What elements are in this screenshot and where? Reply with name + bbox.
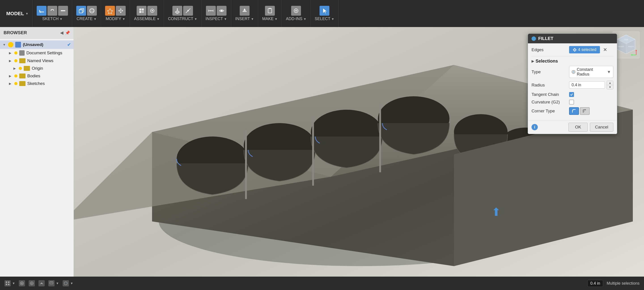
tree-item-sketches[interactable]: ▶ Sketches [0,80,74,87]
select-chevron: ▼ [331,17,334,21]
statusbar-environment-item[interactable]: ▼ [62,280,73,287]
inspect-eye-icon [217,6,226,16]
sidebar-collapse-icon[interactable]: ◀ [60,30,63,35]
corner-type-miter-button[interactable] [580,107,590,115]
type-dropdown-arrow-icon: ▼ [607,70,611,74]
sidebar-title: BROWSER [4,30,27,35]
svg-point-7 [90,10,94,12]
inspect-label[interactable]: INSPECT ▼ [206,16,227,21]
info-icon[interactable]: i [532,124,538,130]
statusbar-grid-item[interactable]: ▼ [4,280,15,287]
assemble-group[interactable]: ASSEMBLE ▼ [130,0,164,27]
modify-label[interactable]: MODIFY ▼ [106,16,125,21]
model-menu[interactable]: MODEL ▼ [2,0,33,27]
sidebar-header: BROWSER ◀ 📌 [0,27,74,39]
addins-group[interactable]: ADD-INS ▼ [282,0,310,27]
select-group[interactable]: SELECT ▼ [310,0,338,27]
addins-label[interactable]: ADD-INS ▼ [286,16,306,21]
selections-section-title: Selections [536,58,558,64]
curvature-checkbox[interactable] [569,100,574,105]
inspect-group[interactable]: INSPECT ▼ [202,0,231,27]
radius-row: Radius 0.4 in ▲ ▼ [532,81,613,89]
modify-group[interactable]: MODIFY ▼ [101,0,130,27]
dialog-body: Edges 4 selected ✕ ▶ Selections Type [528,43,617,120]
select-label[interactable]: SELECT ▼ [314,16,334,21]
statusbar-orbit-item[interactable] [38,280,45,287]
radius-unit: in [578,83,581,87]
radius-up-button[interactable]: ▲ [607,81,613,85]
measurement-display: 0.4 in [588,280,603,287]
tree-icon-sketches-folder [19,81,26,86]
radius-down-button[interactable]: ▼ [607,85,613,89]
tree-label-doc-settings: Document Settings [26,50,71,55]
svg-text:RIGHT: RIGHT [628,45,634,48]
cursor-arrow: ⬆ [492,206,501,219]
sidebar-pin-icon[interactable]: 📌 [65,30,70,35]
modify-chevron: ▼ [122,17,125,21]
svg-point-28 [221,10,222,12]
tree-item-named-views[interactable]: ▶ Named Views [0,57,74,64]
tree-label-bodies: Bodies [27,73,71,78]
tree-icon-named-views-folder [19,58,26,63]
svg-rect-12 [120,10,121,11]
tree-item-unsaved[interactable]: ▼ (Unsaved) ✔ [0,40,74,49]
construct-group[interactable]: CONSTRUCT ▼ [164,0,202,27]
corner-type-round-button[interactable] [569,107,579,115]
model-label: MODEL [6,11,24,16]
corner-type-row: Corner Type [532,107,613,115]
svg-marker-66 [573,48,576,51]
assemble-label[interactable]: ASSEMBLE ▼ [134,16,160,21]
dialog-titlebar: FILLET [528,34,617,43]
tree-expand-named-views: ▶ [9,59,12,62]
statusbar-display-item[interactable]: ▼ [48,280,59,287]
construct-label[interactable]: CONSTRUCT ▼ [168,16,197,21]
create-box-icon [76,6,86,16]
insert-label[interactable]: INSERT ▼ [235,16,254,21]
edges-clear-button[interactable]: ✕ [602,46,608,53]
make-icon [265,6,275,16]
model-chevron: ▼ [25,12,28,15]
inspect-measure-icon [206,6,216,16]
addins-icon [291,6,301,16]
make-label[interactable]: MAKE ▼ [262,16,278,21]
sketch-group[interactable]: SKETCH ▼ [33,0,72,27]
cancel-button[interactable]: Cancel [590,123,613,132]
sketch-chevron: ▼ [60,17,62,21]
type-dropdown-icon [572,70,575,74]
make-group[interactable]: MAKE ▼ [258,0,282,27]
svg-marker-82 [50,282,53,283]
tree-label-sketches: Sketches [27,81,71,86]
radius-input-box[interactable]: 0.4 in [569,81,605,89]
create-label[interactable]: CREATE ▼ [77,16,97,21]
tree-icon-sketches-bullet [14,82,18,85]
selections-section-header[interactable]: ▶ Selections [532,58,613,64]
ok-button[interactable]: OK [568,123,588,132]
fillet-dialog: FILLET Edges 4 selected ✕ ▶ Selections T… [528,33,617,134]
tree-expand-doc: ▶ [9,51,12,55]
modify-icons [105,6,126,16]
assemble-label-text: ASSEMBLE [134,16,156,21]
sketch-label[interactable]: SKETCH ▼ [42,16,62,21]
insert-group[interactable]: INSERT ▼ [231,0,258,27]
select-icons [320,6,330,16]
create-group[interactable]: CREATE ▼ [72,0,101,27]
statusbar-snap-item[interactable] [19,280,25,287]
statusbar-view-item[interactable] [28,280,35,287]
tree-item-doc-settings[interactable]: ▶ Document Settings [0,49,74,57]
svg-marker-8 [120,8,122,9]
edges-selected-button[interactable]: 4 selected [569,46,600,53]
sidebar-header-icons: ◀ 📌 [60,30,70,35]
svg-marker-19 [175,10,180,14]
tree-item-origin[interactable]: ▶ Origin [0,64,74,72]
tree-icon-origin-folder [24,66,30,71]
type-dropdown[interactable]: Constant Radius ▼ [569,66,613,78]
multiple-selections-text: Multiple selections [607,281,640,286]
assemble-icon [137,6,146,16]
svg-rect-73 [6,284,7,285]
addins-icons [291,6,301,16]
tree-item-bodies[interactable]: ▶ Bodies [0,72,74,80]
assemble-icons [137,6,157,16]
curvature-row: Curvature (G2) [532,100,613,105]
construct-chevron: ▼ [194,17,197,21]
tangent-chain-checkbox[interactable] [569,92,574,97]
